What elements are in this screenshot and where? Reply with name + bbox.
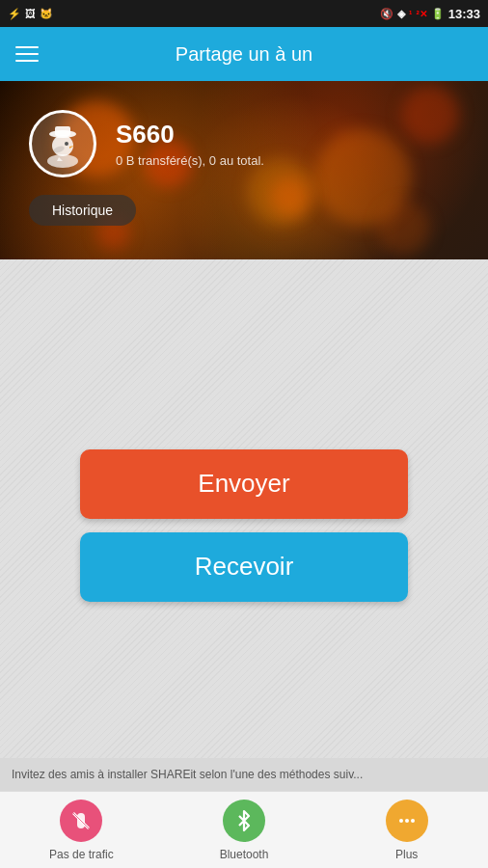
no-traffic-icon-circle [60,800,102,842]
app-header: Partage un à un [0,27,488,81]
svg-point-13 [411,819,415,823]
status-bar: ⚡ 🖼 🐱 🔇 ◈ ¹ ²✕ 🔋 13:33 [0,0,488,27]
badge1-icon: ¹ [409,9,412,19]
main-content: Envoyer Recevoir [0,259,488,791]
status-right-icons: 🔇 ◈ ¹ ²✕ 🔋 13:33 [380,7,480,21]
bluetooth-icon [232,809,256,832]
hero-text-block: S660 0 B transféré(s), 0 au total. [116,120,264,168]
wifi-icon: ◈ [397,8,405,20]
nav-item-bluetooth[interactable]: Bluetooth [163,800,326,861]
historique-button[interactable]: Historique [29,195,136,226]
svg-point-2 [52,135,73,156]
app-icon: 🐱 [40,8,53,20]
more-icon-circle [386,800,428,842]
nav-item-no-traffic[interactable]: Pas de trafic [0,800,163,861]
time-display: 13:33 [448,7,480,21]
usb-icon: ⚡ [8,8,21,20]
badge2-icon: ²✕ [416,9,426,19]
header-title: Partage un à un [58,43,430,66]
bluetooth-icon-circle [223,800,265,842]
image-icon: 🖼 [25,8,36,19]
bottom-nav: Pas de trafic Bluetooth Plus [0,791,488,868]
invite-banner: Invitez des amis à installer SHAREit sel… [0,758,488,791]
battery-icon: 🔋 [431,8,445,20]
no-traffic-label: Pas de trafic [49,848,114,861]
transfer-info: 0 B transféré(s), 0 au total. [116,153,264,168]
mute-icon: 🔇 [380,8,393,20]
device-name: S660 [116,120,264,149]
menu-button[interactable] [15,46,39,62]
avatar-icon [38,119,88,169]
more-label: Plus [395,848,418,861]
no-traffic-icon [69,809,93,832]
envoyer-button[interactable]: Envoyer [80,449,408,519]
invite-text: Invitez des amis à installer SHAREit sel… [12,768,363,781]
hero-banner: S660 0 B transféré(s), 0 au total. Histo… [0,81,488,259]
svg-point-12 [405,819,409,823]
svg-rect-1 [55,126,70,136]
bluetooth-label: Bluetooth [220,848,269,861]
avatar [29,110,96,177]
hero-row: S660 0 B transféré(s), 0 au total. [29,110,264,177]
svg-point-11 [399,819,403,823]
more-icon [395,809,419,832]
recevoir-button[interactable]: Recevoir [80,532,408,602]
hero-content: S660 0 B transféré(s), 0 au total. Histo… [0,81,488,245]
status-left-icons: ⚡ 🖼 🐱 [8,8,53,20]
svg-point-3 [65,142,68,146]
nav-item-more[interactable]: Plus [325,800,488,861]
